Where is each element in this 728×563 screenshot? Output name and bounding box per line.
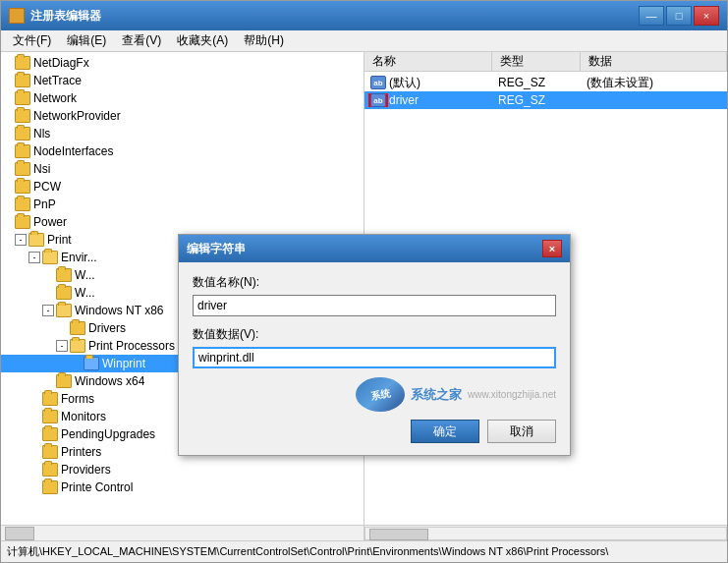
minimize-button[interactable]: —	[639, 6, 664, 26]
tree-item-label: PCW	[33, 180, 61, 194]
tree-item-label: Printers	[61, 445, 101, 459]
folder-icon	[15, 180, 30, 194]
tree-item-label: Power	[33, 215, 67, 229]
folder-icon	[15, 127, 30, 141]
tree-hscroll[interactable]	[1, 525, 364, 540]
tree-item-label: Drivers	[88, 321, 126, 335]
title-bar: 注册表编辑器 — □ ×	[1, 1, 727, 30]
close-button[interactable]: ×	[694, 6, 719, 26]
window-title: 注册表编辑器	[30, 8, 639, 25]
dialog-title-bar: 编辑字符串 ×	[179, 235, 570, 262]
detail-cell-data: (数值未设置)	[581, 75, 727, 91]
detail-cell-name: ab driver	[364, 93, 492, 107]
tree-item-nls[interactable]: Nls	[1, 125, 364, 142]
tree-item-label: Printe Control	[61, 480, 133, 494]
expand-icon[interactable]: -	[42, 305, 54, 316]
tree-item-label: PnP	[33, 197, 56, 211]
reg-value-icon: ab	[370, 76, 386, 89]
data-label: 数值数据(V):	[193, 326, 556, 343]
folder-icon	[15, 197, 30, 211]
tree-item-label: W...	[75, 268, 95, 282]
folder-icon	[15, 109, 30, 123]
dialog-body: 数值名称(N): 数值数据(V): 系统 系统之家 www.xitongzhij…	[179, 262, 570, 455]
folder-icon-open	[70, 339, 85, 353]
window-controls: — □ ×	[639, 6, 719, 26]
detail-cell-type: REG_SZ	[492, 76, 581, 89]
menu-file[interactable]: 文件(F)	[5, 30, 59, 51]
detail-cell-type: REG_SZ	[492, 93, 581, 107]
tree-item-label: NetTrace	[33, 74, 82, 87]
folder-icon	[42, 392, 58, 406]
tree-item-providers[interactable]: Providers	[1, 461, 364, 479]
tree-item-label: Nls	[33, 127, 50, 141]
expand-icon[interactable]: -	[28, 252, 40, 263]
menu-bar: 文件(F) 编辑(E) 查看(V) 收藏夹(A) 帮助(H)	[1, 30, 727, 52]
tree-item-label: NetDiagFx	[33, 56, 89, 70]
folder-icon	[15, 215, 30, 229]
tree-item-pnp[interactable]: PnP	[1, 196, 364, 213]
detail-row-driver[interactable]: ab driver REG_SZ	[364, 91, 727, 109]
tree-item-printe-control[interactable]: Printe Control	[1, 479, 364, 496]
tree-item-nsi[interactable]: Nsi	[1, 160, 364, 178]
tree-item-label: Nsi	[33, 162, 50, 176]
folder-icon	[56, 374, 72, 388]
reg-value-icon-selected: ab	[370, 93, 386, 107]
tree-item-label: Windows NT x86	[75, 304, 163, 317]
folder-icon	[15, 91, 30, 105]
dialog-title: 编辑字符串	[187, 241, 542, 257]
tree-item-label: Envir...	[61, 251, 97, 264]
name-label: 数值名称(N):	[193, 274, 556, 291]
col-type: 类型	[492, 52, 581, 71]
status-bar: 计算机\HKEY_LOCAL_MACHINE\SYSTEM\CurrentCon…	[1, 540, 727, 562]
col-data: 数据	[581, 52, 727, 71]
expand-icon[interactable]: -	[56, 340, 68, 352]
dialog-cancel-button[interactable]: 取消	[487, 420, 556, 443]
tree-item-power[interactable]: Power	[1, 213, 364, 231]
detail-hscroll[interactable]	[364, 525, 727, 540]
tree-item-label: Print Processors	[88, 339, 175, 353]
name-input[interactable]	[193, 295, 556, 316]
panes-wrapper: NetDiagFx NetTrace Network NetworkProvid…	[1, 52, 727, 540]
dialog-buttons: 确定 取消	[193, 420, 556, 443]
folder-icon	[56, 286, 72, 300]
expand-icon[interactable]: -	[15, 234, 27, 246]
folder-icon	[42, 463, 58, 477]
data-input[interactable]	[193, 347, 556, 368]
folder-icon	[42, 427, 58, 441]
folder-icon	[15, 162, 30, 176]
tree-item-label: Winprint	[102, 357, 145, 370]
folder-icon	[15, 56, 30, 70]
tree-item-nodeinterfaces[interactable]: NodeInterfaces	[1, 142, 364, 160]
folder-icon	[70, 321, 85, 335]
folder-icon	[84, 357, 99, 370]
edit-string-dialog: 编辑字符串 × 数值名称(N): 数值数据(V): 系统	[178, 234, 571, 456]
tree-item-label: Print	[47, 233, 72, 247]
dialog-ok-button[interactable]: 确定	[411, 420, 479, 443]
folder-icon	[42, 445, 58, 459]
tree-item-label: W...	[75, 286, 95, 300]
folder-icon	[42, 480, 58, 494]
detail-header: 名称 类型 数据	[364, 52, 727, 72]
main-window: 注册表编辑器 — □ × 文件(F) 编辑(E) 查看(V) 收藏夹(A) 帮助…	[0, 0, 728, 563]
menu-edit[interactable]: 编辑(E)	[59, 30, 114, 51]
dialog-close-button[interactable]: ×	[542, 240, 562, 257]
tree-item-networkprovider[interactable]: NetworkProvider	[1, 107, 364, 125]
menu-favorites[interactable]: 收藏夹(A)	[169, 30, 236, 51]
tree-item-label: Providers	[61, 463, 111, 477]
tree-item-nettrace[interactable]: NetTrace	[1, 72, 364, 89]
folder-icon-open	[42, 251, 58, 264]
tree-item-label: Windows x64	[75, 374, 144, 388]
tree-item-network[interactable]: Network	[1, 89, 364, 107]
tree-item-label: PendingUpgrades	[61, 427, 155, 441]
folder-icon-open	[28, 233, 44, 247]
detail-row-default[interactable]: ab (默认) REG_SZ (数值未设置)	[364, 74, 727, 91]
tree-item-pcw[interactable]: PCW	[1, 178, 364, 196]
status-path: 计算机\HKEY_LOCAL_MACHINE\SYSTEM\CurrentCon…	[7, 544, 608, 559]
menu-help[interactable]: 帮助(H)	[236, 30, 292, 51]
folder-icon	[15, 74, 30, 87]
tree-item-netdiagfx[interactable]: NetDiagFx	[1, 54, 364, 72]
detail-cell-name: ab (默认)	[364, 75, 492, 91]
menu-view[interactable]: 查看(V)	[114, 30, 169, 51]
maximize-button[interactable]: □	[666, 6, 692, 26]
tree-item-label: NetworkProvider	[33, 109, 121, 123]
